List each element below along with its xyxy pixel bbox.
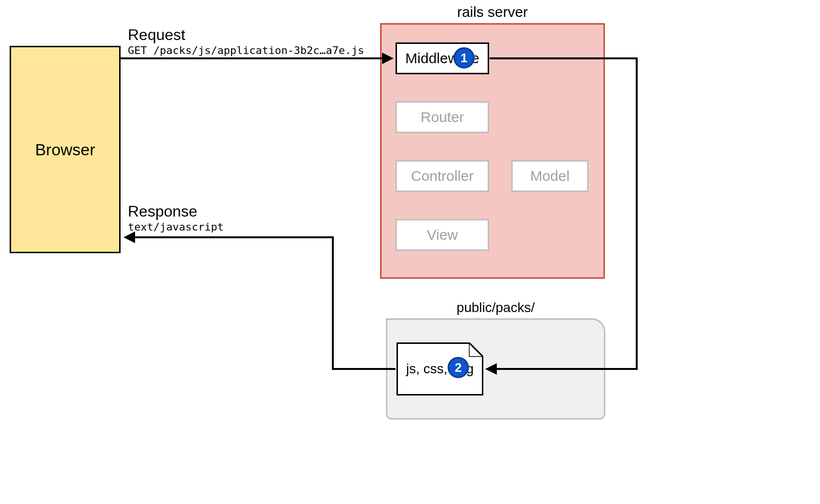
badge-one-label: 1 bbox=[461, 51, 467, 66]
server-title: rails server bbox=[380, 4, 605, 20]
browser-box: Browser bbox=[10, 46, 121, 253]
view-label: View bbox=[427, 227, 458, 243]
folder-title: public/packs/ bbox=[386, 300, 605, 315]
diagram-root: Browser Request GET /packs/js/applicatio… bbox=[0, 0, 820, 504]
controller-label: Controller bbox=[411, 168, 474, 184]
file-box: js, css, png bbox=[396, 342, 483, 395]
request-line: GET /packs/js/application-3b2c…a7e.js bbox=[128, 44, 364, 56]
middleware-box: Middleware bbox=[396, 42, 489, 74]
router-box: Router bbox=[396, 101, 489, 133]
view-box: View bbox=[396, 219, 489, 251]
badge-two: 2 bbox=[448, 357, 469, 378]
badge-two-label: 2 bbox=[455, 360, 462, 375]
model-label: Model bbox=[530, 168, 570, 184]
badge-one: 1 bbox=[453, 47, 475, 68]
request-title: Request bbox=[128, 26, 185, 44]
browser-label: Browser bbox=[35, 140, 96, 159]
model-box: Model bbox=[511, 160, 588, 192]
router-label: Router bbox=[421, 109, 464, 125]
response-line: text/javascript bbox=[128, 221, 224, 233]
response-title: Response bbox=[128, 203, 197, 220]
arrow-response bbox=[125, 237, 396, 369]
controller-box: Controller bbox=[396, 160, 489, 192]
file-fold-icon bbox=[469, 342, 483, 357]
